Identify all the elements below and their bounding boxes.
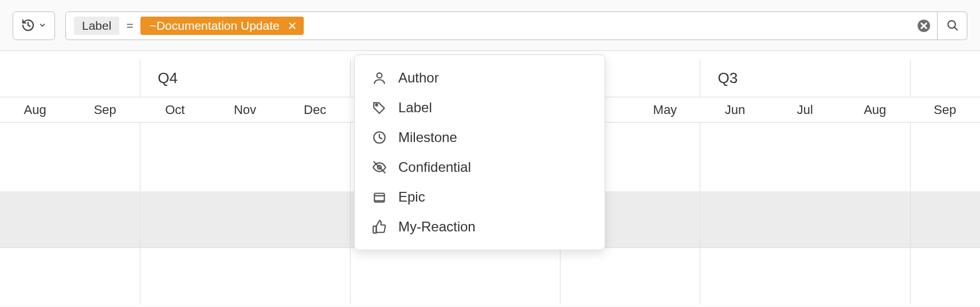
filter-token-operator[interactable]: = [125,19,134,33]
svg-point-5 [377,73,382,78]
timeline-month: Aug [840,103,910,117]
filter-input-bar[interactable]: Label = ~Documentation Update [65,11,938,40]
timeline-month: Oct [140,103,210,117]
timeline-quarter [0,60,140,97]
chevron-down-icon [38,21,46,31]
timeline-quarter: Q4 [140,60,350,97]
timeline-quarter [910,60,980,97]
timeline-month: May [630,103,700,117]
timeline-month: Jul [770,103,840,117]
dropdown-item-milestone[interactable]: Milestone [355,123,605,152]
search-button[interactable] [938,11,967,40]
dropdown-item-epic[interactable]: Epic [355,182,605,212]
eye-off-icon [372,160,387,175]
timeline-month: Sep [910,103,980,117]
svg-line-4 [954,27,957,30]
dropdown-item-label: Label [398,100,432,116]
filter-suggestions-dropdown: Author Label Milestone Confidential Epic… [354,54,605,250]
svg-rect-11 [373,226,376,233]
timeline-month: Aug [0,103,70,117]
filter-token-value-text: ~Documentation Update [150,19,280,33]
dropdown-item-label: Epic [398,189,425,205]
clear-filter-button[interactable] [916,18,931,33]
timeline-quarter: Q3 [700,60,910,97]
epic-icon [372,190,387,204]
thumbs-up-icon [372,219,387,234]
dropdown-item-label[interactable]: Label [355,93,605,123]
timeline-month: Jun [700,103,770,117]
dropdown-item-label: My-Reaction [398,219,476,235]
recent-searches-button[interactable] [13,11,55,40]
dropdown-item-label: Author [398,70,439,86]
dropdown-item-label: Milestone [398,129,457,145]
filter-token-key[interactable]: Label [74,17,119,35]
history-icon [21,18,35,34]
timeline-month: Nov [210,103,280,117]
user-icon [372,70,387,85]
timeline-lane[interactable] [0,248,980,305]
tag-icon [372,100,387,115]
filter-token-value[interactable]: ~Documentation Update [140,17,304,35]
timeline-month: Sep [70,103,140,117]
dropdown-item-author[interactable]: Author [355,63,605,93]
timeline-month: Dec [280,103,350,117]
dropdown-item-label: Confidential [398,159,471,175]
dropdown-item-confidential[interactable]: Confidential [355,152,605,182]
svg-rect-10 [374,194,384,201]
dropdown-item-my-reaction[interactable]: My-Reaction [355,212,605,242]
svg-point-6 [376,104,378,106]
remove-token-button[interactable] [288,21,297,30]
search-icon [946,19,959,33]
clock-icon [372,130,387,145]
filter-row: Label = ~Documentation Update [0,0,980,50]
